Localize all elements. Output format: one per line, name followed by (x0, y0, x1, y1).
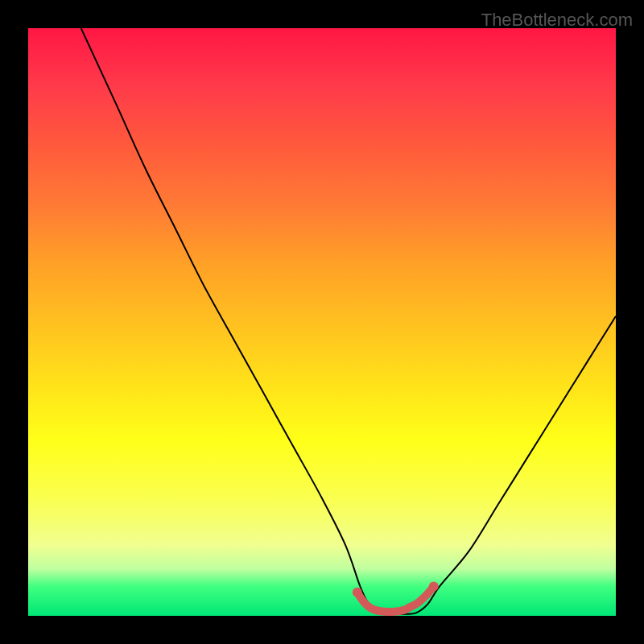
plot-area (28, 28, 616, 616)
optimal-marker-start-dot (353, 588, 362, 597)
chart-svg (28, 28, 616, 616)
optimal-marker-end-dot (429, 582, 439, 592)
bottleneck-curve-line (81, 28, 616, 614)
chart-container: TheBottleneck.com (0, 0, 644, 644)
optimal-marker-line (357, 587, 434, 612)
